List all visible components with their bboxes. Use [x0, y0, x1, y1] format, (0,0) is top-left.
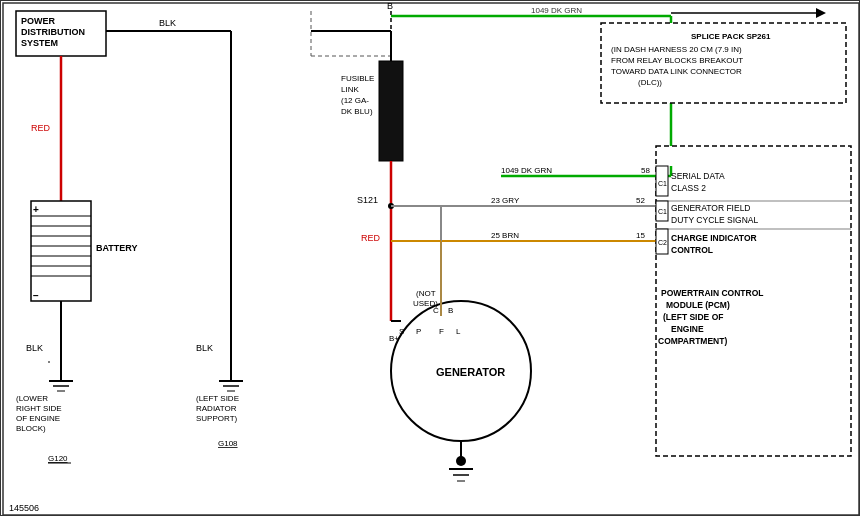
- svg-text:DK BLU): DK BLU): [341, 107, 373, 116]
- svg-text:(LEFT SIDE OF: (LEFT SIDE OF: [663, 312, 723, 322]
- svg-text:23    GRY: 23 GRY: [491, 196, 520, 205]
- svg-text:SPLICE PACK SP261: SPLICE PACK SP261: [691, 32, 771, 41]
- svg-text:25    BRN: 25 BRN: [491, 231, 519, 240]
- svg-text:BLOCK): BLOCK): [16, 424, 46, 433]
- svg-text:DUTY CYCLE SIGNAL: DUTY CYCLE SIGNAL: [671, 215, 759, 225]
- svg-text:−: −: [33, 290, 39, 301]
- svg-text:BLK: BLK: [196, 343, 213, 353]
- svg-text:G120: G120: [48, 454, 68, 463]
- svg-text:GENERATOR FIELD: GENERATOR FIELD: [671, 203, 751, 213]
- svg-text:B+: B+: [389, 334, 399, 343]
- svg-text:(NOT: (NOT: [416, 289, 436, 298]
- svg-text:ENGINE: ENGINE: [671, 324, 704, 334]
- svg-text:SERIAL DATA: SERIAL DATA: [671, 171, 725, 181]
- svg-text:RED: RED: [361, 233, 381, 243]
- svg-text:S121: S121: [357, 195, 378, 205]
- svg-text:TOWARD DATA LINK CONNECTOR: TOWARD DATA LINK CONNECTOR: [611, 67, 742, 76]
- svg-text:RIGHT SIDE: RIGHT SIDE: [16, 404, 62, 413]
- diagram-svg: POWER DISTRIBUTION SYSTEM RED BLK + − BA…: [1, 1, 860, 516]
- svg-text:C1: C1: [658, 180, 667, 187]
- svg-text:RADIATOR: RADIATOR: [196, 404, 237, 413]
- svg-text:LINK: LINK: [341, 85, 359, 94]
- svg-text:CHARGE INDICATOR: CHARGE INDICATOR: [671, 233, 757, 243]
- svg-text:B: B: [387, 1, 393, 11]
- wiring-diagram: POWER DISTRIBUTION SYSTEM RED BLK + − BA…: [0, 0, 860, 516]
- svg-text:C2: C2: [658, 239, 667, 246]
- svg-text:OF ENGINE: OF ENGINE: [16, 414, 60, 423]
- svg-text:SUPPORT): SUPPORT): [196, 414, 238, 423]
- svg-text:SYSTEM: SYSTEM: [21, 38, 58, 48]
- svg-text:(LOWER: (LOWER: [16, 394, 48, 403]
- svg-text:C1: C1: [658, 208, 667, 215]
- svg-text:GENERATOR: GENERATOR: [436, 366, 505, 378]
- svg-text:G108: G108: [218, 439, 238, 448]
- svg-text:(DLC)): (DLC)): [638, 78, 662, 87]
- svg-text:BATTERY: BATTERY: [96, 243, 138, 253]
- svg-text:(IN DASH HARNESS 20 CM (7.9 IN: (IN DASH HARNESS 20 CM (7.9 IN): [611, 45, 742, 54]
- svg-text:+: +: [33, 204, 39, 215]
- svg-text:POWERTRAIN CONTROL: POWERTRAIN CONTROL: [661, 288, 763, 298]
- svg-text:B: B: [448, 306, 453, 315]
- svg-text:BLK: BLK: [26, 343, 43, 353]
- svg-text:1049   DK GRN: 1049 DK GRN: [501, 166, 552, 175]
- svg-text:FUSIBLE: FUSIBLE: [341, 74, 374, 83]
- svg-text:MODULE (PCM): MODULE (PCM): [666, 300, 730, 310]
- svg-text:BLK: BLK: [159, 18, 176, 28]
- svg-text:CONTROL: CONTROL: [671, 245, 713, 255]
- svg-text:(12 GA-: (12 GA-: [341, 96, 369, 105]
- svg-point-62: [456, 456, 466, 466]
- svg-text:145506: 145506: [9, 503, 39, 513]
- svg-text:DISTRIBUTION: DISTRIBUTION: [21, 27, 85, 37]
- svg-text:15: 15: [636, 231, 645, 240]
- svg-text:C: C: [433, 306, 439, 315]
- svg-text:COMPARTMENT): COMPARTMENT): [658, 336, 727, 346]
- svg-rect-49: [379, 61, 403, 161]
- svg-text:FROM RELAY BLOCKS BREAKOUT: FROM RELAY BLOCKS BREAKOUT: [611, 56, 743, 65]
- svg-text:F: F: [439, 327, 444, 336]
- svg-text:L: L: [456, 327, 461, 336]
- svg-text:RED: RED: [31, 123, 51, 133]
- svg-text:58: 58: [641, 166, 650, 175]
- svg-text:52: 52: [636, 196, 645, 205]
- svg-text:S: S: [399, 327, 404, 336]
- svg-text:P: P: [416, 327, 421, 336]
- svg-text:CLASS 2: CLASS 2: [671, 183, 706, 193]
- svg-text:POWER: POWER: [21, 16, 56, 26]
- svg-text:(LEFT SIDE: (LEFT SIDE: [196, 394, 239, 403]
- svg-text:1049    DK GRN: 1049 DK GRN: [531, 6, 582, 15]
